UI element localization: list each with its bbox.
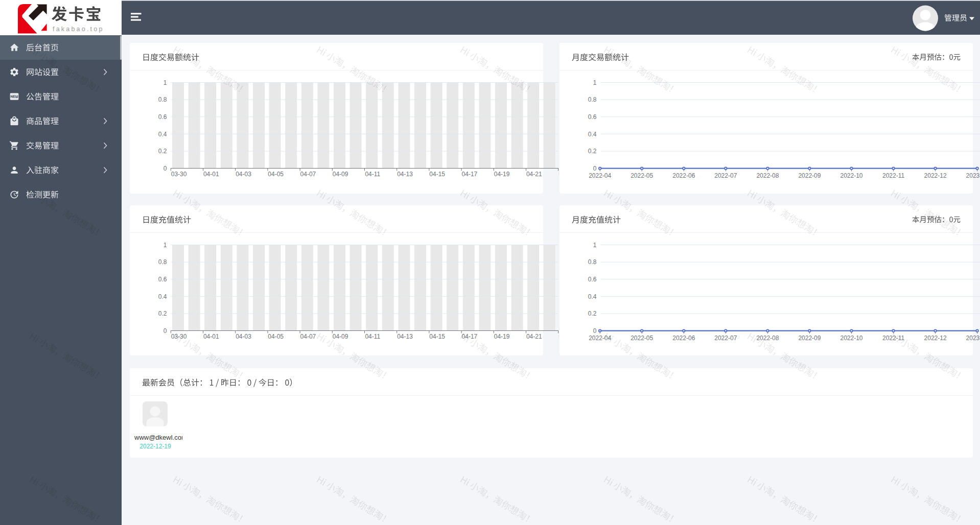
svg-text:2022-10: 2022-10 [840, 172, 862, 179]
svg-text:2022-09: 2022-09 [798, 335, 821, 342]
svg-text:2023-01: 2023-01 [966, 335, 980, 342]
svg-text:0.2: 0.2 [588, 310, 597, 317]
svg-text:2022-06: 2022-06 [672, 172, 695, 179]
svg-text:2022-09: 2022-09 [798, 172, 821, 179]
svg-text:04-19: 04-19 [494, 171, 510, 178]
svg-text:0.4: 0.4 [588, 131, 597, 138]
svg-text:2022-10: 2022-10 [840, 335, 862, 342]
svg-text:0: 0 [164, 327, 167, 335]
svg-text:2022-11: 2022-11 [882, 335, 904, 342]
svg-text:2022-04: 2022-04 [589, 172, 611, 179]
svg-text:04-05: 04-05 [268, 333, 284, 340]
svg-text:2022-07: 2022-07 [714, 172, 737, 179]
svg-text:04-15: 04-15 [429, 171, 445, 178]
svg-text:0.4: 0.4 [158, 131, 167, 138]
svg-text:0.4: 0.4 [158, 293, 167, 300]
svg-text:0.6: 0.6 [588, 113, 597, 121]
svg-text:04-07: 04-07 [300, 333, 316, 340]
svg-text:04-13: 04-13 [397, 333, 413, 340]
svg-text:0.8: 0.8 [588, 258, 597, 266]
svg-text:04-01: 04-01 [203, 171, 219, 178]
svg-text:2022-07: 2022-07 [714, 335, 737, 342]
svg-text:04-21: 04-21 [526, 333, 542, 340]
svg-text:0.6: 0.6 [588, 276, 597, 283]
svg-text:2022-11: 2022-11 [882, 172, 904, 179]
svg-text:2023-01: 2023-01 [966, 172, 980, 179]
svg-text:04-21: 04-21 [526, 171, 542, 178]
svg-text:03-30: 03-30 [171, 333, 187, 340]
svg-text:1: 1 [593, 242, 597, 249]
svg-text:1: 1 [164, 79, 167, 86]
svg-text:2022-08: 2022-08 [756, 172, 779, 179]
svg-text:0: 0 [593, 327, 597, 335]
svg-text:0: 0 [164, 165, 167, 172]
svg-text:0.4: 0.4 [588, 293, 597, 300]
svg-text:0.2: 0.2 [158, 310, 167, 317]
svg-text:04-01: 04-01 [203, 333, 219, 340]
svg-text:04-03: 04-03 [236, 171, 251, 178]
svg-text:0: 0 [593, 165, 597, 172]
svg-text:04-17: 04-17 [462, 333, 478, 340]
svg-text:2022-04: 2022-04 [589, 335, 611, 342]
svg-text:04-09: 04-09 [333, 333, 348, 340]
svg-text:2022-08: 2022-08 [756, 335, 779, 342]
svg-text:fakabao.top: fakabao.top [53, 26, 104, 33]
svg-text:0.2: 0.2 [588, 148, 597, 155]
svg-text:04-15: 04-15 [429, 333, 445, 340]
svg-text:0.8: 0.8 [158, 96, 167, 103]
svg-text:04-07: 04-07 [300, 171, 316, 178]
svg-text:04-11: 04-11 [365, 171, 380, 178]
svg-text:04-11: 04-11 [365, 333, 380, 340]
svg-text:2022-05: 2022-05 [631, 335, 653, 342]
svg-text:04-13: 04-13 [397, 171, 413, 178]
svg-text:0.6: 0.6 [158, 113, 167, 121]
svg-text:03-30: 03-30 [171, 171, 187, 178]
svg-text:0.6: 0.6 [158, 276, 167, 283]
svg-text:04-19: 04-19 [494, 333, 510, 340]
svg-text:1: 1 [593, 79, 597, 86]
svg-text:0.8: 0.8 [158, 258, 167, 266]
svg-text:04-05: 04-05 [268, 171, 284, 178]
svg-text:2022-12: 2022-12 [924, 335, 947, 342]
svg-text:04-09: 04-09 [333, 171, 348, 178]
svg-text:2022-12: 2022-12 [924, 172, 947, 179]
svg-text:2022-06: 2022-06 [672, 335, 695, 342]
svg-text:04-17: 04-17 [462, 171, 478, 178]
svg-text:0.8: 0.8 [588, 96, 597, 103]
svg-text:2022-05: 2022-05 [631, 172, 653, 179]
svg-text:04-03: 04-03 [236, 333, 251, 340]
svg-text:0.2: 0.2 [158, 148, 167, 155]
svg-text:1: 1 [164, 242, 167, 249]
